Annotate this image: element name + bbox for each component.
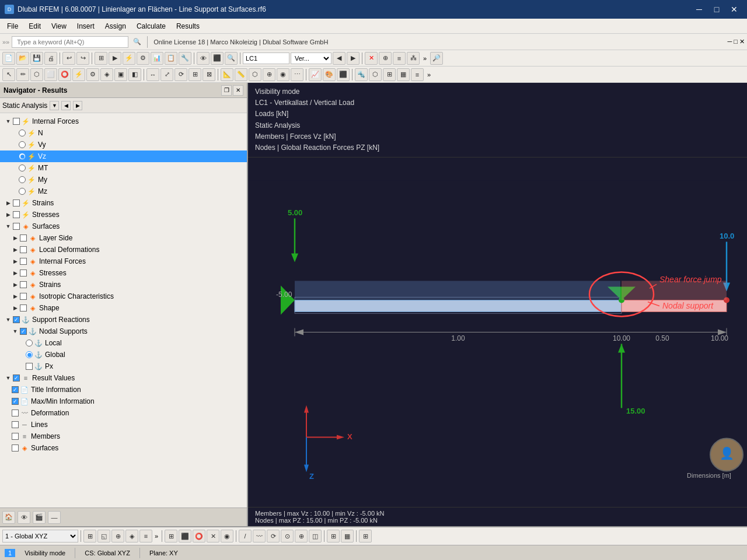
menu-calculate[interactable]: Calculate: [132, 21, 170, 32]
tb2-7[interactable]: ⚙: [86, 68, 99, 81]
checkbox-shape[interactable]: [20, 304, 27, 312]
tb-view2[interactable]: ⬛: [211, 52, 224, 65]
tb2-1[interactable]: ↖: [2, 68, 15, 81]
checkbox-support-reactions[interactable]: [13, 316, 20, 323]
close-button[interactable]: ✕: [726, 4, 742, 15]
tree-result-values[interactable]: ▼ ≡ Result Values: [0, 372, 247, 384]
tb2-4[interactable]: ⬜: [44, 68, 57, 81]
tb2-14[interactable]: ⊞: [189, 68, 201, 81]
tb2-9[interactable]: ▣: [114, 68, 127, 81]
tb2-12[interactable]: ⤢: [160, 68, 173, 81]
tree-px[interactable]: ⚓ Px: [0, 360, 247, 372]
tb2-25[interactable]: 🔩: [355, 68, 368, 81]
tree-support-reactions[interactable]: ▼ ⚓ Support Reactions: [0, 314, 247, 326]
nav-filter-dropdown[interactable]: ▼: [50, 101, 59, 110]
tree-nodal-supports[interactable]: ▼ ⚓ Nodal Supports: [0, 326, 247, 337]
bt-vis5[interactable]: ◉: [221, 530, 233, 542]
tb2-15[interactable]: ⊠: [203, 68, 215, 81]
tb2-17[interactable]: 📏: [235, 68, 247, 81]
tb-zoom[interactable]: 🔎: [430, 52, 443, 65]
tb2-10[interactable]: ◧: [128, 68, 141, 81]
coord-system-select[interactable]: 1 - Global XYZ: [2, 530, 78, 542]
radio-MT[interactable]: [19, 164, 26, 172]
bt-vis3[interactable]: ⭕: [193, 530, 205, 542]
checkbox-internal-forces[interactable]: [13, 118, 20, 125]
expander-nodal-supports[interactable]: ▼: [12, 328, 19, 335]
tree-local[interactable]: ⚓ Local: [0, 337, 247, 349]
tree-deformation[interactable]: 〰 Deformation: [0, 407, 247, 419]
panel-icon-btn1[interactable]: 🏠: [2, 511, 15, 524]
tree-internal-forces-surf[interactable]: ▶ ◈ Internal Forces: [0, 256, 247, 267]
tb2-6[interactable]: ⚡: [72, 68, 85, 81]
tb-cross[interactable]: ✕: [365, 52, 378, 65]
tree-lines[interactable]: ─ Lines: [0, 419, 247, 430]
checkbox-surfaces[interactable]: [13, 223, 20, 230]
checkbox-members[interactable]: [12, 433, 19, 440]
tb-btn7[interactable]: 📊: [151, 52, 163, 65]
tb-lc-prev[interactable]: ◀: [333, 52, 345, 65]
tb-more3[interactable]: ⁂: [407, 52, 420, 65]
bt-a2[interactable]: 〰: [253, 530, 266, 542]
checkbox-px[interactable]: [26, 363, 33, 370]
tb-more1[interactable]: ⊕: [379, 52, 392, 65]
panel-restore-button[interactable]: ❐: [221, 85, 232, 96]
tree-item-Vy[interactable]: ⚡ Vy: [0, 139, 247, 150]
menu-edit[interactable]: Edit: [24, 21, 46, 32]
tb-btn8[interactable]: 📋: [165, 52, 177, 65]
tree-isotropic[interactable]: ▶ ◈ Isotropic Characteristics: [0, 290, 247, 302]
tb2-23[interactable]: 🎨: [323, 68, 336, 81]
minimize-button[interactable]: ─: [691, 4, 707, 15]
checkbox-stresses-members[interactable]: [13, 211, 20, 218]
tb2-28[interactable]: ▦: [397, 68, 410, 81]
bt-a4[interactable]: ⊙: [281, 530, 294, 542]
expander-result-values[interactable]: ▼: [5, 374, 12, 382]
tb2-29[interactable]: ≡: [411, 68, 424, 81]
tree-surfaces[interactable]: ▼ ◈ Surfaces: [0, 220, 247, 232]
tb-btn4[interactable]: ▶: [109, 52, 121, 65]
maximize-button[interactable]: □: [708, 4, 725, 15]
expander-layer-side[interactable]: ▶: [12, 235, 19, 242]
tree-title-info[interactable]: 📄 Title Information: [0, 384, 247, 396]
expander-isotropic[interactable]: ▶: [12, 293, 19, 300]
panel-close-button[interactable]: ✕: [233, 85, 243, 96]
menu-file[interactable]: File: [2, 21, 23, 32]
panel-icon-btn2[interactable]: 👁: [18, 511, 30, 524]
expander-stresses-members[interactable]: ▶: [5, 211, 12, 218]
bt-grid2[interactable]: ▦: [341, 530, 354, 542]
expander-local-deformations[interactable]: ▶: [12, 246, 19, 253]
tb2-13[interactable]: ⟳: [174, 68, 187, 81]
panel-icon-btn3[interactable]: 🎬: [33, 511, 46, 524]
bt-vis1[interactable]: ⊞: [165, 530, 177, 542]
nav-arrow-left[interactable]: ◀: [61, 101, 71, 110]
tb2-26[interactable]: ⬡: [369, 68, 382, 81]
tb-btn5[interactable]: ⚡: [123, 52, 135, 65]
bt-btn2[interactable]: ◱: [97, 530, 110, 542]
expander-support-reactions[interactable]: ▼: [5, 316, 12, 323]
tb-btn3[interactable]: ⊞: [95, 52, 107, 65]
tb2-5[interactable]: ⭕: [58, 68, 71, 81]
tree-strains-surf[interactable]: ▶ ◈ Strains: [0, 279, 247, 290]
checkbox-layer-side[interactable]: [20, 235, 27, 242]
bt-vis2[interactable]: ⬛: [179, 530, 191, 542]
tb2-8[interactable]: ◈: [100, 68, 113, 81]
tree-item-My[interactable]: ⚡ My: [0, 174, 247, 186]
bt-btn4[interactable]: ◈: [125, 530, 138, 542]
tb2-27[interactable]: ⊞: [383, 68, 396, 81]
tree-shape[interactable]: ▶ ◈ Shape: [0, 302, 247, 314]
tree-stresses-surf[interactable]: ▶ ◈ Stresses: [0, 267, 247, 279]
tb-view1[interactable]: 👁: [197, 52, 210, 65]
tb-save[interactable]: 💾: [30, 52, 43, 65]
tb-lc-next[interactable]: ▶: [347, 52, 359, 65]
expander-shape[interactable]: ▶: [12, 304, 19, 312]
bt-btn1[interactable]: ⊞: [83, 530, 96, 542]
tb2-3[interactable]: ⬡: [30, 68, 43, 81]
tb-btn9[interactable]: 🔧: [179, 52, 191, 65]
tb2-20[interactable]: ◉: [277, 68, 289, 81]
radio-N[interactable]: [19, 130, 26, 136]
bt-a1[interactable]: /: [239, 530, 252, 542]
tb-view3[interactable]: 🔍: [225, 52, 238, 65]
tree-global[interactable]: ⚓ Global: [0, 349, 247, 360]
checkbox-internal-forces-surf[interactable]: [20, 258, 27, 265]
checkbox-stresses-surf[interactable]: [20, 270, 27, 276]
nav-arrow-right[interactable]: ▶: [73, 101, 82, 110]
